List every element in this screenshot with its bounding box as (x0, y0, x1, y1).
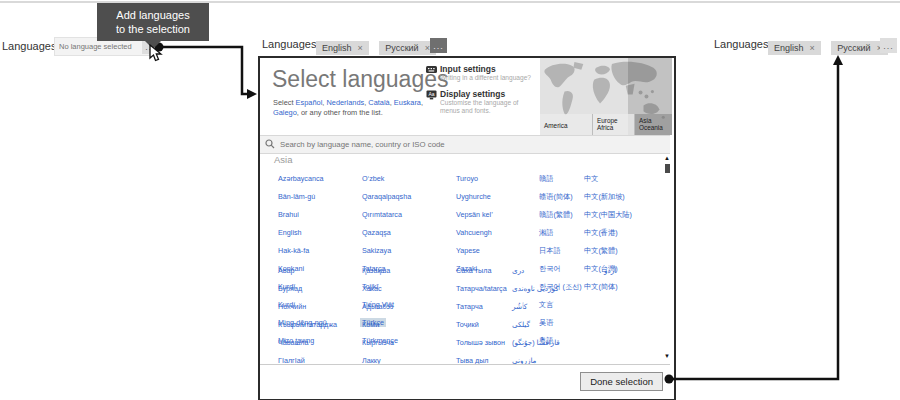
language-option[interactable]: Буряад (276, 284, 304, 293)
language-option[interactable]: Хакас (360, 284, 384, 293)
language-option[interactable]: Sakizaya (360, 246, 393, 255)
language-option[interactable]: Uyghurche (454, 192, 493, 201)
remove-language-icon[interactable]: × (358, 43, 363, 53)
language-option[interactable]: 湘語 (537, 228, 555, 237)
language-option[interactable]: Саха тыла (454, 266, 493, 275)
tooltip-line2: to the selection (101, 22, 205, 36)
keyboard-icon (426, 65, 437, 73)
language-option[interactable]: 中文(新加坡) (582, 192, 627, 201)
search-bar (260, 135, 670, 154)
search-input[interactable] (278, 137, 662, 152)
language-pill[interactable]: English× (316, 41, 369, 55)
list-scrollbar[interactable]: ▲ ▼ (663, 154, 672, 364)
search-icon (265, 139, 275, 149)
remove-language-icon[interactable]: × (810, 43, 815, 53)
language-option[interactable]: اردو (602, 266, 618, 275)
dialog-title: Select languages (272, 66, 448, 93)
language-option[interactable]: Yapese (454, 246, 482, 255)
language-option[interactable]: 中文(繁體) (582, 246, 620, 255)
language-option[interactable]: 赣语(简体) (537, 192, 575, 201)
language-option[interactable]: کوردیی ناوەندی (510, 284, 561, 293)
language-option[interactable]: Чӑвашла (276, 338, 310, 347)
language-option[interactable]: 日本語 (537, 246, 563, 255)
language-pill[interactable]: Русский× (379, 41, 436, 55)
languages-label-center: Languages: (262, 38, 320, 50)
language-selector-dialog: Select languages Select Español, Nederla… (258, 56, 676, 400)
language-option[interactable]: Қазақша (360, 266, 392, 275)
language-option[interactable]: Тыва дыл (454, 356, 491, 364)
language-option[interactable]: گیلکی (510, 320, 532, 329)
language-option[interactable]: Qırımtatarca (360, 210, 404, 219)
language-pill[interactable]: English× (768, 41, 821, 55)
display-settings-item[interactable]: Aa Display settings Customise the langua… (426, 89, 538, 115)
dialog-subtitle: Select Español, Nederlands, Català, Eusk… (273, 98, 425, 118)
input-settings-desc: Writing in a different language? (440, 74, 538, 82)
more-languages-button-center[interactable]: ... (430, 38, 447, 53)
language-option[interactable]: Qaraqalpaqsha (360, 192, 413, 201)
display-settings-label[interactable]: Display settings (440, 89, 538, 99)
language-option[interactable]: Татарча/tatarça (454, 284, 509, 293)
language-option[interactable]: Bân-lâm-gú (276, 192, 317, 201)
language-option[interactable]: Qazaqşa (360, 228, 393, 237)
scroll-down-icon[interactable]: ▼ (664, 353, 670, 359)
language-option[interactable]: O‘zbek (360, 174, 386, 183)
languages-label-right: Languages: (714, 38, 772, 50)
scroll-up-icon[interactable]: ▲ (664, 155, 670, 161)
language-option[interactable]: Адыгабзэ (360, 302, 396, 311)
language-option[interactable]: Тоҷикӣ (454, 320, 481, 329)
language-option[interactable]: ГӀалгӀай (276, 356, 307, 364)
subtitle-language-link[interactable]: Nederlands (326, 98, 364, 107)
languages-label-left: Languages: (2, 40, 60, 52)
subtitle-language-link[interactable]: Español (296, 98, 323, 107)
language-option[interactable]: Коми (360, 320, 381, 329)
display-settings-desc: Customise the language of menus and font… (440, 99, 538, 115)
language-option[interactable]: Azərbaycanca (276, 174, 326, 183)
language-option[interactable]: 中文(中国大陆) (582, 210, 634, 219)
language-option[interactable]: Turoyo (454, 174, 480, 183)
language-list: Asia AzərbaycancaBân-lâm-gúBrahuiEnglish… (260, 154, 662, 364)
language-option[interactable]: 中文(香港) (582, 228, 620, 237)
language-option[interactable]: مازِرونی (510, 356, 538, 364)
language-option[interactable]: Vahcuengh (454, 228, 494, 237)
input-settings-item[interactable]: Input settings Writing in a different la… (426, 64, 538, 82)
mouse-cursor-icon (149, 44, 164, 62)
language-option[interactable]: Лакку (360, 356, 383, 364)
region-section-title: Asia (274, 154, 292, 165)
tab-asia-oceania[interactable]: Asia Oceania (634, 114, 672, 135)
display-icon: Aa (426, 90, 437, 100)
tooltip-line1: Add languages (101, 8, 205, 22)
tooltip: Add languages to the selection (97, 3, 209, 41)
done-selection-button[interactable]: Done selection (580, 372, 663, 391)
language-option[interactable]: Brahui (276, 210, 301, 219)
language-option[interactable]: کٲشُر (510, 302, 529, 311)
language-option[interactable]: Кыргызча (360, 338, 396, 347)
subtitle-language-link[interactable]: Galego (273, 108, 297, 117)
language-option[interactable]: دری (510, 266, 526, 275)
language-option[interactable]: Толышә зывон (454, 338, 507, 347)
tab-america[interactable]: America (540, 114, 592, 135)
region-tabs: America Europe Africa Asia Oceania (540, 114, 672, 135)
language-option[interactable]: 中文 (582, 174, 600, 183)
language-option[interactable]: Нохчийн (276, 302, 308, 311)
svg-text:Aa: Aa (428, 91, 434, 97)
settings-panel: Input settings Writing in a different la… (426, 64, 538, 122)
language-option[interactable]: English (276, 228, 304, 237)
language-option[interactable]: Къырымтатарджа (276, 320, 339, 329)
language-option[interactable]: Авар (276, 266, 297, 275)
language-option[interactable]: Татарча (454, 302, 485, 311)
subtitle-language-link[interactable]: Euskara (394, 98, 421, 107)
input-settings-label[interactable]: Input settings (440, 64, 538, 74)
scrollbar-thumb[interactable] (665, 164, 670, 173)
world-map: America Europe Africa Asia Oceania (540, 58, 672, 135)
subtitle-language-link[interactable]: Català (368, 98, 389, 107)
language-option[interactable]: 贛語(繁體) (537, 210, 575, 219)
language-option[interactable]: Vepsän kel’ (454, 210, 495, 219)
more-languages-button-right[interactable]: ... (880, 38, 897, 53)
language-option[interactable]: 贛語 (537, 174, 555, 183)
dialog-footer: Done selection (260, 364, 670, 396)
language-option[interactable]: قازاقشا (جۇنگو) (510, 338, 562, 347)
tab-europe-africa[interactable]: Europe Africa (592, 114, 634, 135)
language-option[interactable]: Hak-kâ-fa (276, 246, 311, 255)
